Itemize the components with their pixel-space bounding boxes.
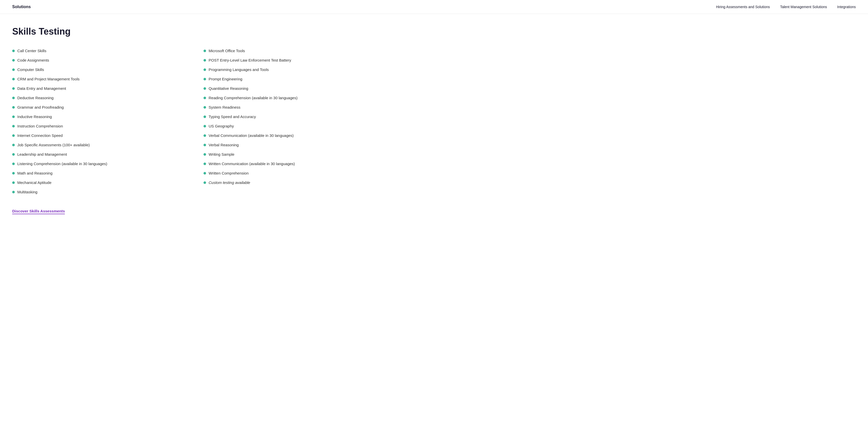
skill-label: Custom testing available [209,180,250,185]
bullet-icon [204,78,206,81]
skill-label: Verbal Communication (available in 30 la… [209,133,293,137]
bullet-icon [12,162,15,165]
bullet-icon [12,68,15,71]
list-item[interactable]: US Geography [204,121,395,131]
list-item[interactable]: Computer Skills [12,65,204,74]
discover-link[interactable]: Discover Skills Assessments [12,209,65,214]
list-item[interactable]: Reading Comprehension (available in 30 l… [204,93,395,102]
skill-label: System Readiness [209,105,240,110]
main-nav: Hiring Assessments and Solutions Talent … [716,5,856,9]
bullet-icon [204,134,206,137]
site-logo: Solutions [12,5,31,9]
skill-label: POST Entry-Level Law Enforcement Test Ba… [209,58,291,62]
site-header: Solutions Hiring Assessments and Solutio… [0,0,868,14]
skill-label: Computer Skills [17,67,44,72]
bullet-icon [204,181,206,184]
bullet-icon [204,153,206,156]
bullet-icon [204,50,206,52]
list-item[interactable]: Verbal Communication (available in 30 la… [204,131,395,140]
bullet-icon [12,153,15,156]
skill-label: Inductive Reasoning [17,115,52,119]
skill-label: Grammar and Proofreading [17,105,64,110]
list-item[interactable]: Programming Languages and Tools [204,65,395,74]
skill-label: Leadership and Management [17,152,67,156]
list-item[interactable]: Leadership and Management [12,150,204,159]
list-item[interactable]: Math and Reasoning [12,168,204,178]
skill-label: Multitasking [17,190,37,194]
list-item[interactable]: Instruction Comprehension [12,121,204,131]
bullet-icon [12,97,15,99]
skill-label: Code Assignments [17,58,49,62]
bullet-icon [204,87,206,90]
list-item[interactable]: Listening Comprehension (available in 30… [12,159,204,168]
bullet-icon [12,181,15,184]
bullet-icon [12,106,15,109]
nav-integrations[interactable]: Integrations [837,5,856,9]
list-item[interactable]: Custom testing available [204,178,395,187]
bullet-icon [204,172,206,175]
skill-label: Quantitative Reasoning [209,86,248,91]
skills-grid: Call Center SkillsCode AssignmentsComput… [12,46,395,197]
list-item[interactable]: Written Communication (available in 30 l… [204,159,395,168]
skill-label: Mechanical Aptitude [17,180,52,185]
skill-label: Written Communication (available in 30 l… [209,161,295,166]
bullet-icon [12,50,15,52]
bullet-icon [12,172,15,175]
skill-label: Reading Comprehension (available in 30 l… [209,96,298,100]
list-item[interactable]: Microsoft Office Tools [204,46,395,56]
skill-label: Microsoft Office Tools [209,49,245,53]
bullet-icon [204,116,206,118]
bullet-icon [204,68,206,71]
list-item[interactable]: Typing Speed and Accuracy [204,112,395,121]
bullet-icon [204,106,206,109]
skills-column-right: Microsoft Office ToolsPOST Entry-Level L… [204,46,395,197]
bullet-icon [12,59,15,62]
list-item[interactable]: POST Entry-Level Law Enforcement Test Ba… [204,56,395,65]
list-item[interactable]: Internet Connection Speed [12,131,204,140]
skill-label: Typing Speed and Accuracy [209,115,256,119]
list-item[interactable]: Inductive Reasoning [12,112,204,121]
list-item[interactable]: Multitasking [12,187,204,197]
list-item[interactable]: Verbal Reasoning [204,140,395,150]
skill-label: Job Specific Assessments (100+ available… [17,143,90,147]
bullet-icon [204,59,206,62]
skill-label: Writing Sample [209,152,234,156]
skill-label: Internet Connection Speed [17,133,63,137]
bullet-icon [12,134,15,137]
skill-label: Verbal Reasoning [209,143,239,147]
bullet-icon [204,144,206,146]
list-item[interactable]: Call Center Skills [12,46,204,56]
skill-label: Written Comprehension [209,171,249,175]
list-item[interactable]: Written Comprehension [204,168,395,178]
skill-label: Prompt Engineering [209,77,242,81]
skill-label: Math and Reasoning [17,171,53,175]
skill-label: CRM and Project Management Tools [17,77,80,81]
skill-label: Call Center Skills [17,49,46,53]
nav-hiring[interactable]: Hiring Assessments and Solutions [716,5,770,9]
nav-talent[interactable]: Talent Management Solutions [780,5,827,9]
list-item[interactable]: Code Assignments [12,56,204,65]
list-item[interactable]: Prompt Engineering [204,74,395,84]
list-item[interactable]: Mechanical Aptitude [12,178,204,187]
bullet-icon [204,97,206,99]
bullet-icon [12,144,15,146]
list-item[interactable]: Grammar and Proofreading [12,102,204,112]
skill-label: Instruction Comprehension [17,124,63,128]
bullet-icon [12,116,15,118]
list-item[interactable]: System Readiness [204,102,395,112]
skill-label: Programming Languages and Tools [209,67,269,72]
bullet-icon [12,191,15,193]
list-item[interactable]: Data Entry and Management [12,84,204,93]
bullet-icon [12,87,15,90]
list-item[interactable]: CRM and Project Management Tools [12,74,204,84]
list-item[interactable]: Writing Sample [204,150,395,159]
skills-column-left: Call Center SkillsCode AssignmentsComput… [12,46,204,197]
skill-label: Listening Comprehension (available in 30… [17,161,107,166]
bullet-icon [204,162,206,165]
list-item[interactable]: Job Specific Assessments (100+ available… [12,140,204,150]
skill-label: Data Entry and Management [17,86,66,91]
list-item[interactable]: Quantitative Reasoning [204,84,395,93]
skill-label: US Geography [209,124,234,128]
list-item[interactable]: Deductive Reasoning [12,93,204,102]
bullet-icon [12,78,15,81]
